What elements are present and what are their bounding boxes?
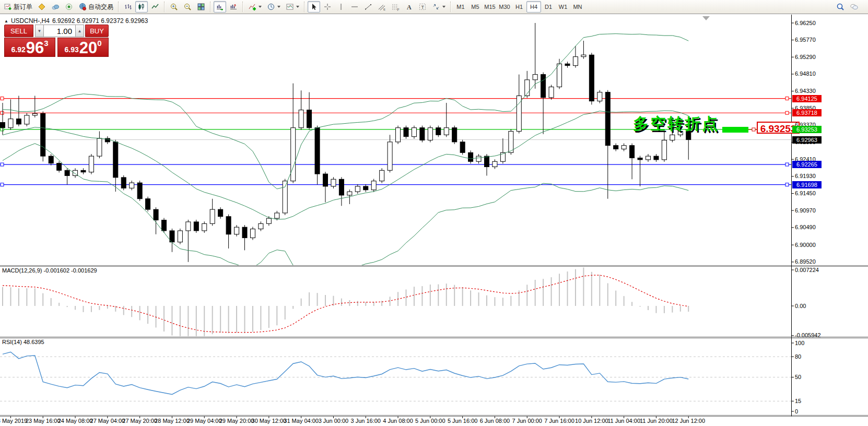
- candle-bear: [638, 158, 642, 160]
- pivot-annotation-text: 多空转折点: [633, 113, 719, 135]
- candle-bull: [492, 161, 497, 167]
- candle-bull: [178, 231, 182, 242]
- candle-bull: [557, 64, 562, 87]
- candle-bull: [347, 192, 352, 195]
- chart-shift-marker-icon: [702, 16, 710, 20]
- hline-right-handle: [785, 163, 789, 166]
- candle-bull: [509, 131, 513, 152]
- candle-bear: [460, 142, 465, 152]
- price-axis-label: 6.94330: [795, 88, 816, 94]
- candle-bear: [49, 156, 53, 163]
- rsi-axis-label: 80: [795, 353, 801, 360]
- candle-bull: [621, 146, 626, 149]
- hline-left-handle: [1, 128, 4, 131]
- sell-price-button[interactable]: 6.92 96 3: [4, 38, 55, 57]
- volume-input[interactable]: [44, 25, 75, 37]
- symbol-ohlc: 6.92692 6.92971 6.92372 6.92963: [52, 17, 148, 25]
- price-axis-label: 6.96250: [795, 20, 816, 27]
- candle-bull: [476, 156, 481, 161]
- price-level-badge: 6.91698: [792, 181, 822, 188]
- buy-price-small: 6.93: [64, 45, 78, 54]
- price-axis-label: 6.94810: [795, 70, 816, 77]
- pivot-highlight-rectangle: [722, 127, 748, 133]
- price-axis-label: 6.91930: [795, 173, 816, 180]
- candle-bull: [250, 229, 255, 238]
- candle-bear: [420, 128, 425, 140]
- hline-left-handle: [1, 111, 4, 114]
- candle-bear: [81, 170, 86, 172]
- buy-price-big: 20: [79, 41, 97, 55]
- candle-bull: [234, 227, 239, 234]
- volume-decrease-button[interactable]: ▼: [35, 25, 44, 37]
- macd-axis-label: 0.00: [795, 303, 806, 310]
- candle-bear: [242, 227, 247, 238]
- rsi-axis-label: 0: [795, 408, 798, 415]
- macd-axis-label: -0.005942: [795, 332, 821, 339]
- candle-bull: [670, 135, 675, 140]
- candle-bull: [380, 170, 384, 181]
- candle-bull: [299, 110, 303, 128]
- hline-left-handle: [1, 97, 4, 100]
- candle-bull: [412, 128, 416, 137]
- candle-bear: [226, 217, 231, 234]
- price-axis-label: 6.90000: [795, 242, 816, 249]
- buy-button[interactable]: BUY: [85, 25, 109, 37]
- chart-canvas[interactable]: [0, 0, 868, 426]
- chart-title: ▲ USDCNH-,H4 6.92692 6.92971 6.92372 6.9…: [4, 17, 148, 25]
- candle-bull: [396, 128, 401, 142]
- candle-bull: [291, 128, 296, 181]
- candle-bear: [218, 209, 223, 217]
- candle-bear: [146, 199, 150, 209]
- hline-right-handle: [785, 183, 789, 186]
- sell-price-sup: 3: [44, 39, 48, 48]
- price-axis-label: 6.95770: [795, 37, 816, 43]
- candle-bull: [130, 183, 134, 188]
- price-level-badge: 6.92265: [792, 161, 822, 168]
- rsi-layer: [0, 352, 791, 401]
- volume-increase-button[interactable]: ▲: [75, 25, 84, 37]
- symbol-name: USDCNH-,H4: [11, 17, 50, 25]
- one-click-trading-panel: SELL ▼ ▲ BUY 6.92 96 3 6.93 20 0: [4, 25, 109, 57]
- candle-bull: [388, 142, 392, 170]
- candle-bear: [468, 152, 473, 161]
- rsi-axis-label: 15: [795, 398, 801, 405]
- candle-bear: [565, 64, 570, 65]
- rsi-line: [3, 352, 688, 394]
- price-level-badge: 6.93718: [792, 109, 822, 116]
- macd-signal-line: [3, 275, 688, 333]
- candle-bull: [444, 128, 449, 135]
- candle-bear: [154, 209, 158, 220]
- candle-bull: [573, 57, 578, 66]
- main-chart-layer: [0, 23, 791, 285]
- candle-bear: [16, 119, 21, 124]
- candle-bull: [371, 181, 376, 190]
- candle-bull: [283, 181, 287, 213]
- candle-bear: [363, 186, 368, 190]
- candle-bull: [597, 92, 602, 101]
- candle-bear: [614, 146, 618, 149]
- candle-bear: [654, 156, 659, 160]
- price-axis-label: 6.91450: [795, 190, 816, 197]
- candle-bear: [485, 156, 489, 167]
- candle-bull: [210, 209, 215, 223]
- candle-bull: [355, 186, 360, 192]
- candle-bear: [339, 179, 344, 195]
- price-axis-label: 6.89520: [795, 258, 816, 265]
- candle-bull: [549, 87, 554, 97]
- price-level-badge: 6.94125: [792, 95, 822, 102]
- candle-bull: [202, 223, 207, 231]
- bb-middle-band: [3, 111, 688, 219]
- candle-bull: [186, 222, 191, 231]
- candle-bull: [97, 138, 102, 156]
- buy-price-button[interactable]: 6.93 20 0: [57, 38, 109, 57]
- price-axis-label: 6.90970: [795, 207, 816, 214]
- sell-button[interactable]: SELL: [4, 25, 33, 37]
- macd-axis-label: 0.007224: [795, 267, 819, 274]
- candle-bull: [581, 55, 586, 56]
- candle-bear: [57, 163, 62, 171]
- hline-right-handle: [785, 97, 789, 100]
- candle-bear: [162, 220, 167, 231]
- collapse-triangle-icon[interactable]: ▲: [4, 19, 8, 23]
- candle-bull: [275, 213, 279, 218]
- rsi-indicator-label: RSI(14) 48.6395: [2, 339, 44, 345]
